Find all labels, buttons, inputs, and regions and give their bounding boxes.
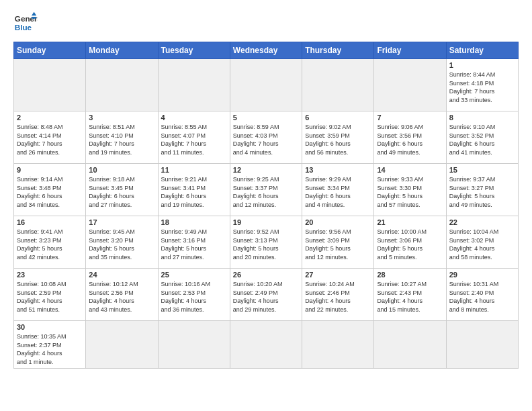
day-info: Sunrise: 9:33 AM Sunset: 3:30 PM Dayligh… (377, 175, 443, 209)
day-info: Sunrise: 9:25 AM Sunset: 3:37 PM Dayligh… (233, 175, 299, 209)
calendar-day: 23Sunrise: 10:08 AM Sunset: 2:59 PM Dayl… (14, 269, 86, 321)
day-number: 7 (377, 113, 443, 122)
calendar-day: 9Sunrise: 9:14 AM Sunset: 3:48 PM Daylig… (14, 164, 86, 216)
day-info: Sunrise: 9:14 AM Sunset: 3:48 PM Dayligh… (17, 175, 83, 209)
day-info: Sunrise: 9:49 AM Sunset: 3:16 PM Dayligh… (161, 228, 227, 261)
calendar-day: 5Sunrise: 8:59 AM Sunset: 4:03 PM Daylig… (230, 111, 302, 164)
weekday-header-tuesday: Tuesday (158, 42, 230, 59)
day-info: Sunrise: 8:59 AM Sunset: 4:03 PM Dayligh… (233, 123, 299, 156)
day-info: Sunrise: 10:04 AM Sunset: 3:02 PM Daylig… (449, 228, 515, 261)
calendar-week-row: 1Sunrise: 8:44 AM Sunset: 4:18 PM Daylig… (14, 59, 519, 111)
calendar-day (86, 59, 158, 111)
day-info: Sunrise: 8:55 AM Sunset: 4:07 PM Dayligh… (161, 123, 227, 156)
day-info: Sunrise: 10:00 AM Sunset: 3:06 PM Daylig… (377, 228, 443, 261)
day-number: 28 (377, 271, 443, 279)
calendar-day: 15Sunrise: 9:37 AM Sunset: 3:27 PM Dayli… (446, 164, 518, 216)
day-number: 6 (305, 113, 371, 122)
day-number: 11 (161, 166, 227, 174)
day-info: Sunrise: 10:20 AM Sunset: 2:49 PM Daylig… (233, 280, 299, 314)
svg-rect-3 (32, 17, 36, 19)
day-number: 13 (305, 166, 371, 174)
day-number: 21 (377, 218, 443, 226)
day-info: Sunrise: 9:52 AM Sunset: 3:13 PM Dayligh… (233, 228, 299, 261)
calendar-week-row: 2Sunrise: 8:48 AM Sunset: 4:14 PM Daylig… (14, 111, 519, 164)
day-number: 16 (17, 218, 83, 226)
day-info: Sunrise: 9:02 AM Sunset: 3:59 PM Dayligh… (305, 123, 371, 156)
day-info: Sunrise: 10:24 AM Sunset: 2:46 PM Daylig… (305, 280, 371, 314)
day-info: Sunrise: 9:45 AM Sunset: 3:20 PM Dayligh… (89, 228, 154, 261)
weekday-header-sunday: Sunday (14, 42, 86, 59)
day-number: 1 (449, 61, 515, 69)
weekday-header-friday: Friday (374, 42, 446, 59)
calendar-day (302, 59, 374, 111)
day-number: 29 (449, 271, 515, 279)
calendar-day: 2Sunrise: 8:48 AM Sunset: 4:14 PM Daylig… (14, 111, 86, 164)
calendar-day (86, 321, 158, 369)
weekday-header-row: SundayMondayTuesdayWednesdayThursdayFrid… (14, 42, 519, 59)
day-info: Sunrise: 9:56 AM Sunset: 3:09 PM Dayligh… (305, 228, 371, 261)
day-info: Sunrise: 9:37 AM Sunset: 3:27 PM Dayligh… (449, 175, 515, 209)
calendar-day: 28Sunrise: 10:27 AM Sunset: 2:43 PM Dayl… (374, 269, 446, 321)
day-info: Sunrise: 9:06 AM Sunset: 3:56 PM Dayligh… (377, 123, 443, 156)
day-number: 19 (233, 218, 299, 226)
day-number: 14 (377, 166, 443, 174)
calendar-day: 8Sunrise: 9:10 AM Sunset: 3:52 PM Daylig… (446, 111, 518, 164)
day-number: 18 (161, 218, 227, 226)
logo: General Blue (13, 11, 38, 35)
calendar-day: 7Sunrise: 9:06 AM Sunset: 3:56 PM Daylig… (374, 111, 446, 164)
day-number: 22 (449, 218, 515, 226)
calendar-day: 17Sunrise: 9:45 AM Sunset: 3:20 PM Dayli… (86, 216, 158, 269)
calendar-day: 12Sunrise: 9:25 AM Sunset: 3:37 PM Dayli… (230, 164, 302, 216)
day-info: Sunrise: 9:21 AM Sunset: 3:41 PM Dayligh… (161, 175, 227, 209)
calendar-day: 19Sunrise: 9:52 AM Sunset: 3:13 PM Dayli… (230, 216, 302, 269)
day-number: 30 (17, 323, 83, 331)
calendar-day: 20Sunrise: 9:56 AM Sunset: 3:09 PM Dayli… (302, 216, 374, 269)
weekday-header-saturday: Saturday (446, 42, 518, 59)
calendar-day: 18Sunrise: 9:49 AM Sunset: 3:16 PM Dayli… (158, 216, 230, 269)
header: General Blue (13, 11, 519, 35)
calendar-day (230, 59, 302, 111)
day-number: 24 (89, 271, 154, 279)
calendar-day (14, 59, 86, 111)
calendar-week-row: 16Sunrise: 9:41 AM Sunset: 3:23 PM Dayli… (14, 216, 519, 269)
calendar-table: SundayMondayTuesdayWednesdayThursdayFrid… (13, 42, 519, 369)
day-info: Sunrise: 10:16 AM Sunset: 2:53 PM Daylig… (161, 280, 227, 314)
calendar-day (374, 59, 446, 111)
calendar-day: 3Sunrise: 8:51 AM Sunset: 4:10 PM Daylig… (86, 111, 158, 164)
day-number: 8 (449, 113, 515, 122)
day-info: Sunrise: 10:35 AM Sunset: 2:37 PM Daylig… (17, 332, 83, 366)
calendar-week-row: 9Sunrise: 9:14 AM Sunset: 3:48 PM Daylig… (14, 164, 519, 216)
day-number: 4 (161, 113, 227, 122)
calendar-day (158, 59, 230, 111)
day-info: Sunrise: 10:08 AM Sunset: 2:59 PM Daylig… (17, 280, 83, 314)
weekday-header-wednesday: Wednesday (230, 42, 302, 59)
day-info: Sunrise: 9:10 AM Sunset: 3:52 PM Dayligh… (449, 123, 515, 156)
svg-text:Blue: Blue (15, 23, 32, 32)
weekday-header-thursday: Thursday (302, 42, 374, 59)
day-number: 26 (233, 271, 299, 279)
calendar-day: 26Sunrise: 10:20 AM Sunset: 2:49 PM Dayl… (230, 269, 302, 321)
calendar-day: 30Sunrise: 10:35 AM Sunset: 2:37 PM Dayl… (14, 321, 86, 369)
calendar-day: 13Sunrise: 9:29 AM Sunset: 3:34 PM Dayli… (302, 164, 374, 216)
day-info: Sunrise: 9:29 AM Sunset: 3:34 PM Dayligh… (305, 175, 371, 209)
day-info: Sunrise: 10:27 AM Sunset: 2:43 PM Daylig… (377, 280, 443, 314)
calendar-day: 24Sunrise: 10:12 AM Sunset: 2:56 PM Dayl… (86, 269, 158, 321)
day-info: Sunrise: 10:31 AM Sunset: 2:40 PM Daylig… (449, 280, 515, 314)
page: General Blue SundayMondayTuesdayWednesda… (0, 0, 532, 375)
day-number: 9 (17, 166, 83, 174)
weekday-header-monday: Monday (86, 42, 158, 59)
calendar-day: 29Sunrise: 10:31 AM Sunset: 2:40 PM Dayl… (446, 269, 518, 321)
day-number: 20 (305, 218, 371, 226)
day-number: 23 (17, 271, 83, 279)
day-info: Sunrise: 10:12 AM Sunset: 2:56 PM Daylig… (89, 280, 154, 314)
day-info: Sunrise: 8:48 AM Sunset: 4:14 PM Dayligh… (17, 123, 83, 156)
calendar-day (446, 321, 518, 369)
calendar-day (302, 321, 374, 369)
calendar-day (230, 321, 302, 369)
logo-icon: General Blue (13, 11, 38, 35)
calendar-day: 27Sunrise: 10:24 AM Sunset: 2:46 PM Dayl… (302, 269, 374, 321)
day-number: 3 (89, 113, 154, 122)
calendar-day: 6Sunrise: 9:02 AM Sunset: 3:59 PM Daylig… (302, 111, 374, 164)
calendar-day (374, 321, 446, 369)
calendar-day: 14Sunrise: 9:33 AM Sunset: 3:30 PM Dayli… (374, 164, 446, 216)
